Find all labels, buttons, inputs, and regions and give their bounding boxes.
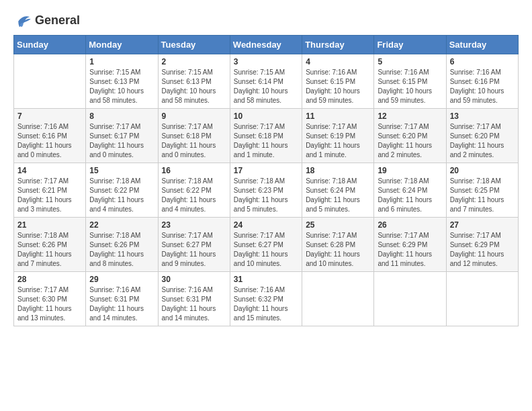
calendar-header: SundayMondayTuesdayWednesdayThursdayFrid… (14, 36, 519, 54)
day-info: Sunrise: 7:18 AMSunset: 6:22 PMDaylight:… (89, 177, 154, 214)
calendar-cell: 1Sunrise: 7:15 AMSunset: 6:13 PMDaylight… (86, 54, 158, 109)
day-info: Sunrise: 7:18 AMSunset: 6:25 PMDaylight:… (450, 177, 515, 214)
day-info: Sunrise: 7:17 AMSunset: 6:18 PMDaylight:… (162, 122, 226, 160)
day-info: Sunrise: 7:16 AMSunset: 6:15 PMDaylight:… (306, 68, 370, 105)
calendar-cell: 20Sunrise: 7:18 AMSunset: 6:25 PMDayligh… (446, 163, 518, 218)
calendar-cell: 18Sunrise: 7:18 AMSunset: 6:24 PMDayligh… (302, 163, 374, 218)
calendar-table: SundayMondayTuesdayWednesdayThursdayFrid… (13, 35, 519, 326)
day-number: 11 (306, 111, 370, 121)
day-info: Sunrise: 7:17 AMSunset: 6:20 PMDaylight:… (450, 122, 515, 160)
weekday-header: Thursday (302, 36, 374, 54)
day-number: 23 (162, 220, 226, 230)
day-info: Sunrise: 7:17 AMSunset: 6:19 PMDaylight:… (306, 122, 370, 160)
weekday-header: Tuesday (158, 36, 230, 54)
weekday-header: Saturday (446, 36, 518, 54)
calendar-cell: 10Sunrise: 7:17 AMSunset: 6:18 PMDayligh… (230, 109, 302, 163)
day-number: 31 (234, 275, 298, 284)
day-info: Sunrise: 7:16 AMSunset: 6:31 PMDaylight:… (89, 285, 154, 323)
calendar-cell: 9Sunrise: 7:17 AMSunset: 6:18 PMDaylight… (158, 109, 230, 163)
day-number: 19 (378, 166, 442, 175)
day-info: Sunrise: 7:16 AMSunset: 6:32 PMDaylight:… (234, 285, 298, 323)
day-number: 13 (450, 111, 515, 121)
calendar-week-row: 1Sunrise: 7:15 AMSunset: 6:13 PMDaylight… (14, 54, 519, 109)
calendar-cell: 19Sunrise: 7:18 AMSunset: 6:24 PMDayligh… (374, 163, 446, 218)
logo: General (13, 13, 80, 28)
calendar-week-row: 21Sunrise: 7:18 AMSunset: 6:26 PMDayligh… (14, 218, 519, 272)
day-info: Sunrise: 7:18 AMSunset: 6:24 PMDaylight:… (378, 177, 442, 214)
day-number: 20 (450, 166, 515, 175)
calendar-cell: 14Sunrise: 7:17 AMSunset: 6:21 PMDayligh… (14, 163, 86, 218)
day-info: Sunrise: 7:17 AMSunset: 6:27 PMDaylight:… (234, 231, 298, 269)
day-info: Sunrise: 7:16 AMSunset: 6:16 PMDaylight:… (17, 122, 82, 160)
day-number: 30 (162, 275, 226, 284)
day-info: Sunrise: 7:17 AMSunset: 6:28 PMDaylight:… (306, 231, 370, 269)
calendar-cell: 25Sunrise: 7:17 AMSunset: 6:28 PMDayligh… (302, 218, 374, 272)
day-number: 12 (378, 111, 442, 121)
day-info: Sunrise: 7:16 AMSunset: 6:31 PMDaylight:… (162, 285, 226, 323)
day-number: 2 (162, 57, 226, 66)
day-number: 17 (234, 166, 298, 175)
day-info: Sunrise: 7:17 AMSunset: 6:30 PMDaylight:… (17, 285, 82, 323)
calendar-cell: 16Sunrise: 7:18 AMSunset: 6:22 PMDayligh… (158, 163, 230, 218)
weekday-header: Wednesday (230, 36, 302, 54)
day-number: 9 (162, 111, 226, 121)
day-number: 29 (89, 275, 154, 284)
calendar-week-row: 14Sunrise: 7:17 AMSunset: 6:21 PMDayligh… (14, 163, 519, 218)
calendar-cell: 8Sunrise: 7:17 AMSunset: 6:17 PMDaylight… (86, 109, 158, 163)
day-info: Sunrise: 7:15 AMSunset: 6:13 PMDaylight:… (89, 68, 154, 105)
day-info: Sunrise: 7:17 AMSunset: 6:29 PMDaylight:… (450, 231, 515, 269)
calendar-body: 1Sunrise: 7:15 AMSunset: 6:13 PMDaylight… (14, 54, 519, 326)
day-info: Sunrise: 7:15 AMSunset: 6:14 PMDaylight:… (234, 68, 298, 105)
day-number: 16 (162, 166, 226, 175)
calendar-cell: 30Sunrise: 7:16 AMSunset: 6:31 PMDayligh… (158, 272, 230, 326)
calendar-cell: 12Sunrise: 7:17 AMSunset: 6:20 PMDayligh… (374, 109, 446, 163)
day-number: 27 (450, 220, 515, 230)
day-info: Sunrise: 7:17 AMSunset: 6:18 PMDaylight:… (234, 122, 298, 160)
day-info: Sunrise: 7:18 AMSunset: 6:26 PMDaylight:… (17, 231, 82, 269)
weekday-header: Friday (374, 36, 446, 54)
calendar-cell: 27Sunrise: 7:17 AMSunset: 6:29 PMDayligh… (446, 218, 518, 272)
calendar-cell: 23Sunrise: 7:17 AMSunset: 6:27 PMDayligh… (158, 218, 230, 272)
day-number: 24 (234, 220, 298, 230)
day-info: Sunrise: 7:18 AMSunset: 6:24 PMDaylight:… (306, 177, 370, 214)
logo-text: General (35, 14, 80, 28)
day-number: 14 (17, 166, 82, 175)
day-number: 18 (306, 166, 370, 175)
calendar-cell: 17Sunrise: 7:18 AMSunset: 6:23 PMDayligh… (230, 163, 302, 218)
day-number: 25 (306, 220, 370, 230)
calendar-cell: 6Sunrise: 7:16 AMSunset: 6:16 PMDaylight… (446, 54, 518, 109)
calendar-cell: 15Sunrise: 7:18 AMSunset: 6:22 PMDayligh… (86, 163, 158, 218)
calendar-cell: 4Sunrise: 7:16 AMSunset: 6:15 PMDaylight… (302, 54, 374, 109)
day-number: 10 (234, 111, 298, 121)
calendar-cell (374, 272, 446, 326)
calendar-cell: 26Sunrise: 7:17 AMSunset: 6:29 PMDayligh… (374, 218, 446, 272)
calendar-cell: 31Sunrise: 7:16 AMSunset: 6:32 PMDayligh… (230, 272, 302, 326)
calendar-cell: 11Sunrise: 7:17 AMSunset: 6:19 PMDayligh… (302, 109, 374, 163)
day-info: Sunrise: 7:18 AMSunset: 6:23 PMDaylight:… (234, 177, 298, 214)
logo-bird-icon (13, 13, 32, 28)
day-number: 5 (378, 57, 442, 66)
calendar-cell (446, 272, 518, 326)
day-info: Sunrise: 7:16 AMSunset: 6:16 PMDaylight:… (450, 68, 515, 105)
calendar-cell: 3Sunrise: 7:15 AMSunset: 6:14 PMDaylight… (230, 54, 302, 109)
calendar-cell: 13Sunrise: 7:17 AMSunset: 6:20 PMDayligh… (446, 109, 518, 163)
calendar-cell: 21Sunrise: 7:18 AMSunset: 6:26 PMDayligh… (14, 218, 86, 272)
calendar-cell: 22Sunrise: 7:18 AMSunset: 6:26 PMDayligh… (86, 218, 158, 272)
weekday-header: Sunday (14, 36, 86, 54)
calendar-week-row: 7Sunrise: 7:16 AMSunset: 6:16 PMDaylight… (14, 109, 519, 163)
day-info: Sunrise: 7:18 AMSunset: 6:26 PMDaylight:… (89, 231, 154, 269)
day-info: Sunrise: 7:18 AMSunset: 6:22 PMDaylight:… (162, 177, 226, 214)
day-number: 8 (89, 111, 154, 121)
day-number: 1 (89, 57, 154, 66)
weekday-header: Monday (86, 36, 158, 54)
calendar-week-row: 28Sunrise: 7:17 AMSunset: 6:30 PMDayligh… (14, 272, 519, 326)
day-info: Sunrise: 7:17 AMSunset: 6:20 PMDaylight:… (378, 122, 442, 160)
calendar-cell: 7Sunrise: 7:16 AMSunset: 6:16 PMDaylight… (14, 109, 86, 163)
day-number: 6 (450, 57, 515, 66)
calendar-cell: 28Sunrise: 7:17 AMSunset: 6:30 PMDayligh… (14, 272, 86, 326)
day-number: 21 (17, 220, 82, 230)
calendar-cell (14, 54, 86, 109)
day-info: Sunrise: 7:17 AMSunset: 6:21 PMDaylight:… (17, 177, 82, 214)
day-number: 22 (89, 220, 154, 230)
day-number: 7 (17, 111, 82, 121)
